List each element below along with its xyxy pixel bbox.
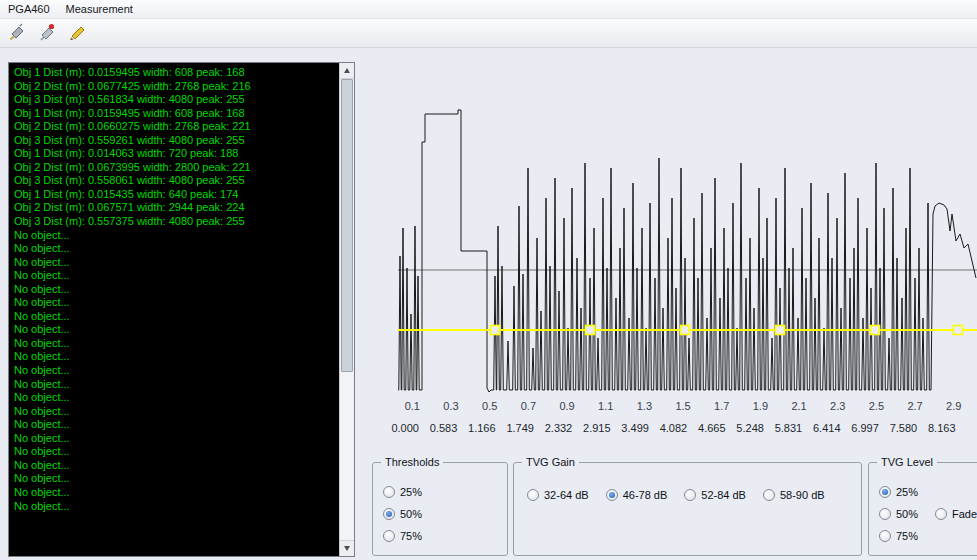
console-line: Obj 3 Dist (m): 0.557375 width: 4080 pea… <box>14 215 337 229</box>
radio-label: 75% <box>400 530 422 542</box>
console-line: No object... <box>14 350 337 364</box>
x-tick-distance: 8.163 <box>923 422 961 434</box>
radio-circle[interactable] <box>606 489 618 501</box>
x-tick-time: 2.3 <box>818 400 857 412</box>
toolbar <box>0 19 977 48</box>
radio-circle[interactable] <box>879 486 891 498</box>
menu-bar: PGA460Measurement <box>0 0 977 19</box>
x-tick-distance: 0.000 <box>386 422 424 434</box>
radio-label: 58-90 dB <box>780 489 825 501</box>
radio-circle[interactable] <box>527 489 539 501</box>
disconnect-button[interactable] <box>34 20 61 46</box>
x-tick-time: 0.7 <box>509 400 548 412</box>
echo-waveform <box>398 110 976 392</box>
radio-tvg-gain-32-64-db[interactable]: 32-64 dB <box>527 489 589 501</box>
console-line: No object... <box>14 296 337 310</box>
radio-label: 25% <box>400 486 422 498</box>
x-tick-time: 0.1 <box>393 400 432 412</box>
tvg-marker[interactable] <box>871 326 880 335</box>
tvg-marker[interactable] <box>776 326 785 335</box>
measurement-log: Obj 1 Dist (m): 0.0159495 width: 608 pea… <box>9 63 339 556</box>
x-tick-time: 2.5 <box>857 400 896 412</box>
connect-button[interactable] <box>4 20 31 46</box>
tvg-marker[interactable] <box>681 326 690 335</box>
x-tick-distance: 4.665 <box>693 422 731 434</box>
console-line: No object... <box>14 337 337 351</box>
radio-tvg-gain-46-78-db[interactable]: 46-78 dB <box>606 489 668 501</box>
radio-tvg-level-fade[interactable]: Fade <box>935 508 977 520</box>
radio-thresholds-25[interactable]: 25% <box>383 486 507 498</box>
x-tick-distance: 6.414 <box>808 422 846 434</box>
console-line: No object... <box>14 500 337 514</box>
menu-item-measurement[interactable]: Measurement <box>58 1 141 18</box>
console-line: No object... <box>14 242 337 256</box>
x-tick-distance: 6.997 <box>846 422 884 434</box>
radio-circle[interactable] <box>879 508 891 520</box>
console-line: Obj 3 Dist (m): 0.559261 width: 4080 pea… <box>14 134 337 148</box>
console-line: Obj 1 Dist (m): 0.015435 width: 640 peak… <box>14 188 337 202</box>
radio-circle[interactable] <box>383 486 395 498</box>
scrollbar-thumb[interactable] <box>341 79 353 372</box>
radio-circle[interactable] <box>763 489 775 501</box>
radio-label: 25% <box>896 486 918 498</box>
menu-item-pga460[interactable]: PGA460 <box>0 1 58 18</box>
disconnect-probe-icon <box>38 22 57 45</box>
console-line: No object... <box>14 256 337 270</box>
tvg-level-options: 25%50%75% <box>869 463 977 542</box>
console-line: No object... <box>14 283 337 297</box>
thresholds-options: 25%50%75% <box>373 463 507 542</box>
scroll-up-button[interactable] <box>340 63 354 79</box>
radio-label: Fade <box>952 508 977 520</box>
radio-tvg-gain-52-84-db[interactable]: 52-84 dB <box>684 489 746 501</box>
brush-button[interactable] <box>64 20 91 46</box>
radio-tvg-gain-58-90-db[interactable]: 58-90 dB <box>763 489 825 501</box>
console-line: No object... <box>14 391 337 405</box>
x-tick-distance: 1.166 <box>463 422 501 434</box>
tvg-gain-title: TVG Gain <box>522 456 579 469</box>
radio-circle[interactable] <box>383 530 395 542</box>
console-line: No object... <box>14 486 337 500</box>
radio-tvg-level-25[interactable]: 25% <box>879 486 977 498</box>
x-tick-distance: 0.583 <box>424 422 462 434</box>
radio-label: 52-84 dB <box>701 489 746 501</box>
radio-circle[interactable] <box>684 489 696 501</box>
radio-circle[interactable] <box>935 508 947 520</box>
console-line: Obj 1 Dist (m): 0.0159495 width: 608 pea… <box>14 66 337 80</box>
console-line: No object... <box>14 364 337 378</box>
radio-tvg-level-75[interactable]: 75% <box>879 530 977 542</box>
console-line: Obj 2 Dist (m): 0.067571 width: 2944 pea… <box>14 201 337 215</box>
radio-circle[interactable] <box>383 508 395 520</box>
console-line: No object... <box>14 432 337 446</box>
console-line: Obj 2 Dist (m): 0.0677425 width: 2768 pe… <box>14 80 337 94</box>
x-tick-time: 0.5 <box>470 400 509 412</box>
tvg-marker[interactable] <box>491 326 500 335</box>
console-line: No object... <box>14 229 337 243</box>
log-scrollbar[interactable] <box>339 63 354 556</box>
scroll-down-button[interactable] <box>340 540 354 556</box>
radio-circle[interactable] <box>879 530 891 542</box>
console-line: Obj 2 Dist (m): 0.0660275 width: 2768 pe… <box>14 120 337 134</box>
radio-label: 46-78 dB <box>623 489 668 501</box>
x-axis-time: 0.10.30.50.70.91.11.31.51.71.92.12.32.52… <box>393 400 973 412</box>
x-tick-distance: 3.499 <box>616 422 654 434</box>
console-line: No object... <box>14 405 337 419</box>
radio-thresholds-75[interactable]: 75% <box>383 530 507 542</box>
x-tick-time: 1.1 <box>586 400 625 412</box>
x-tick-distance: 2.332 <box>539 422 577 434</box>
radio-thresholds-50[interactable]: 50% <box>383 508 507 520</box>
console-line: No object... <box>14 445 337 459</box>
console-line: No object... <box>14 323 337 337</box>
x-tick-distance: 2.915 <box>578 422 616 434</box>
tvg-marker[interactable] <box>586 326 595 335</box>
console-line: Obj 2 Dist (m): 0.0673995 width: 2800 pe… <box>14 161 337 175</box>
x-tick-time: 1.3 <box>625 400 664 412</box>
x-tick-distance: 1.749 <box>501 422 539 434</box>
x-tick-distance: 4.082 <box>654 422 692 434</box>
x-tick-time: 0.3 <box>432 400 471 412</box>
console-line: Obj 3 Dist (m): 0.558061 width: 4080 pea… <box>14 174 337 188</box>
thresholds-groupbox: Thresholds 25%50%75% <box>372 462 508 556</box>
radio-label: 50% <box>896 508 918 520</box>
x-tick-time: 1.9 <box>741 400 780 412</box>
x-tick-time: 1.5 <box>664 400 703 412</box>
tvg-marker[interactable] <box>954 326 963 335</box>
